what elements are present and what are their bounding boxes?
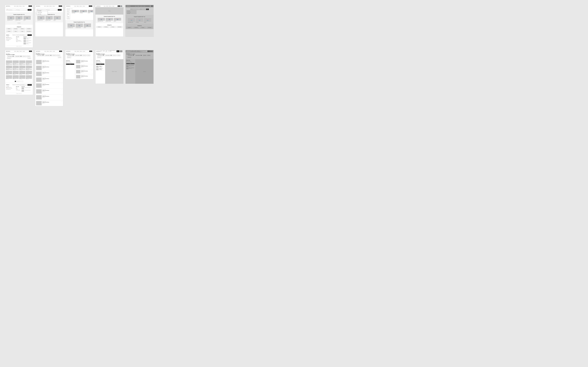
mn-h[interactable]: Home xyxy=(100,50,102,52)
fn-h[interactable]: Home xyxy=(75,51,76,52)
hc3-a[interactable]: 🏥Lagos Medical Centre xyxy=(68,24,75,28)
map-side-item-2[interactable]: Golden cross Infirmary Trinity, Lagos xyxy=(96,68,104,71)
lfl-terms[interactable]: Terms & Conditions xyxy=(16,90,20,90)
search-icon-btn-4[interactable]: 🔍 xyxy=(121,6,122,7)
dark-scroll-up[interactable]: ▲ xyxy=(150,50,151,52)
fl-heart-2[interactable]: ♡ xyxy=(91,65,92,66)
mn-e[interactable]: Explore xyxy=(103,50,105,52)
map-scroll-down[interactable]: ▼ xyxy=(121,50,122,52)
cat-psychiatry[interactable]: Psychiatry xyxy=(6,30,12,33)
fsf-type[interactable]: Type of Hospital xyxy=(67,55,74,56)
dl-sort[interactable]: Sort Here xyxy=(147,55,151,56)
list-item-4[interactable]: Private Hospital Golden cross Infirmary … xyxy=(35,77,63,83)
hc4-1[interactable]: 🏥Lagos Medical Centre★4.7 xyxy=(98,18,105,22)
nav-search-5[interactable]: 🔍 xyxy=(151,6,153,7)
nav-link-about[interactable]: About us xyxy=(19,6,22,7)
hc3-1[interactable]: 🏥 Lagos Medical xyxy=(72,10,79,13)
signup-btn-3[interactable]: Sign Up xyxy=(89,6,92,7)
filter-govt[interactable]: Government Hospitals xyxy=(66,62,74,63)
dark-hc2[interactable]: 🏥St. Nicholas xyxy=(136,18,143,23)
nav-link-e3[interactable]: Explore xyxy=(77,6,79,7)
filter-sort[interactable]: Sort Here xyxy=(27,56,30,57)
signup-button-2[interactable]: Sign Up xyxy=(59,6,62,7)
map-filter-govt[interactable]: Government Hospitals xyxy=(96,62,104,63)
lfl-about[interactable]: About xyxy=(16,88,20,89)
map-nav-btn[interactable]: Log In xyxy=(116,50,119,52)
grid-item-15[interactable]: Golden cross InfirmaryTrinity, Lagos xyxy=(19,75,25,79)
dark-cat3[interactable]: Neurology xyxy=(140,26,146,29)
nav-link-about-2[interactable]: About us xyxy=(49,6,52,7)
mf-more[interactable]: More Filters xyxy=(97,57,101,58)
dark-cat4[interactable]: Gynaecology xyxy=(147,26,153,29)
nav-link-explore-2[interactable]: Explore xyxy=(47,6,49,7)
dark-cat-box[interactable]: Category xyxy=(139,8,145,10)
mn-c[interactable]: Contact xyxy=(108,50,110,52)
mn-a[interactable]: About us xyxy=(106,50,107,52)
cat-urology[interactable]: Urology xyxy=(19,30,25,33)
nav-link-contact-2[interactable]: Contact xyxy=(52,6,55,7)
cat4-4[interactable]: Gynaecology xyxy=(116,26,123,28)
list-item-8[interactable]: Private Hospital Golden cross Infirmary … xyxy=(35,100,63,106)
grid-item-16[interactable]: Golden cross InfirmaryTrinity, Lagos xyxy=(26,75,32,79)
listing-nav-btn[interactable]: Log In xyxy=(29,51,32,52)
nav-link-c4[interactable]: Contact xyxy=(112,6,114,7)
nav-link-contact[interactable]: Contact xyxy=(22,6,25,7)
dropdown-item-nearby[interactable]: Location Nearby xyxy=(37,12,48,13)
dark-search-nav-input[interactable]: Search hospitals near map xyxy=(141,50,147,52)
cat-dermatology[interactable]: Dermatology xyxy=(13,28,19,30)
list-nav-e[interactable]: Explore xyxy=(47,51,49,52)
list-item-5[interactable]: Private Hospital Golden cross Infirmary … xyxy=(35,83,63,89)
dark-list-login[interactable]: Log In xyxy=(147,50,150,52)
location-search-box[interactable]: 📍 Search by location... xyxy=(7,9,16,11)
filter-type[interactable]: Type of Hospital xyxy=(7,56,14,57)
dark-dd-3[interactable]: Lagos Region xyxy=(127,13,136,14)
hospital-card-d3[interactable]: 🏥 LASUTH ★4.2 xyxy=(53,16,61,21)
cat-paediatrics[interactable]: Paediatrics xyxy=(6,28,12,30)
footer-link-contact[interactable]: Contact xyxy=(16,39,22,40)
apply-filter-btn[interactable]: Apply xyxy=(66,64,74,65)
private-checkbox[interactable] xyxy=(66,61,67,62)
map-side-item-1[interactable]: Golden cross Infirmary Trinity, Lagos xyxy=(96,66,104,68)
dln-c[interactable]: Contact xyxy=(139,50,141,52)
hospital-card-1[interactable]: 🏥 Lagos Medical Centre ★ 4.7 xyxy=(7,16,15,21)
cat-surgery[interactable]: Surgery xyxy=(13,30,19,33)
footer-link-terms[interactable]: Terms & Conditions xyxy=(16,40,22,41)
listing-nav-c[interactable]: Contact xyxy=(23,51,25,52)
nav-link-e5[interactable]: Explore xyxy=(137,6,139,7)
dropdown-item-accepted[interactable]: For accepted xyxy=(37,10,48,12)
page-next[interactable]: → xyxy=(22,81,23,82)
list-item-3[interactable]: Private Hospital Golden cross Infirmary … xyxy=(35,71,63,77)
grid-item-11[interactable]: Golden cross InfirmaryTrinity, Lagos xyxy=(19,71,25,75)
search-result-3[interactable]: St. Nicholas Hospital xyxy=(67,15,70,18)
dark-govt[interactable]: Government Hospitals xyxy=(126,62,135,62)
map-scroll-up[interactable]: ▲ xyxy=(120,50,121,52)
dark-hc1[interactable]: 🏥Lagos Medical Centre xyxy=(128,18,135,23)
grid-item-5[interactable]: Private Hospital Golden cross Infirmary … xyxy=(6,66,12,70)
list-heart-8[interactable]: ♡ xyxy=(61,101,62,102)
hospital-card-3[interactable]: 🏥 LASUTH ★ 4.2 xyxy=(23,16,31,21)
list-heart-7[interactable]: ♡ xyxy=(61,95,62,96)
footer-link-privacy[interactable]: Terms, Privacy & Privacy Policy xyxy=(16,41,22,42)
dln-h[interactable]: Home xyxy=(130,50,132,52)
list-item-6[interactable]: Private Hospital Golden cross Infirmary … xyxy=(35,89,63,94)
cat-gynaecology[interactable]: Gynaecology xyxy=(26,28,32,30)
dark-search-btn[interactable]: Search xyxy=(146,8,149,10)
fl-item-4[interactable]: Private Hospital Golden cross Infirmary … xyxy=(75,74,93,79)
dark-dd-1[interactable]: For accepted xyxy=(127,10,136,12)
cat4-3[interactable]: Neurology xyxy=(110,26,116,28)
dark-cat2[interactable]: Dermatology xyxy=(133,26,139,29)
list-item-7[interactable]: Private Hospital Golden cross Infirmary … xyxy=(35,94,63,100)
grid-item-7[interactable]: Private Hospital Golden cross Infirmary … xyxy=(19,66,25,70)
grid-item-12[interactable]: Golden cross InfirmaryTrinity, Lagos xyxy=(26,71,32,75)
nav-link-h4[interactable]: Home xyxy=(104,6,105,7)
list-filter-type[interactable]: Type of Hospital xyxy=(37,55,44,56)
fl-heart-1[interactable]: ♡ xyxy=(91,60,92,61)
list-item-2[interactable]: Private Hospital Golden cross Infirmary … xyxy=(35,65,63,71)
cat4-2[interactable]: Dermatology xyxy=(103,26,109,28)
view-all-link[interactable]: View All xyxy=(17,23,21,24)
dl-type[interactable]: Type of Hospital xyxy=(127,55,135,56)
newsletter-email-input[interactable] xyxy=(20,34,27,36)
hospital-card-d1[interactable]: 🏥 Lagos Medical Centre ★4.7 xyxy=(37,16,45,21)
list-nav-c[interactable]: Contact xyxy=(53,51,55,52)
footer-link-about[interactable]: About xyxy=(16,38,22,39)
